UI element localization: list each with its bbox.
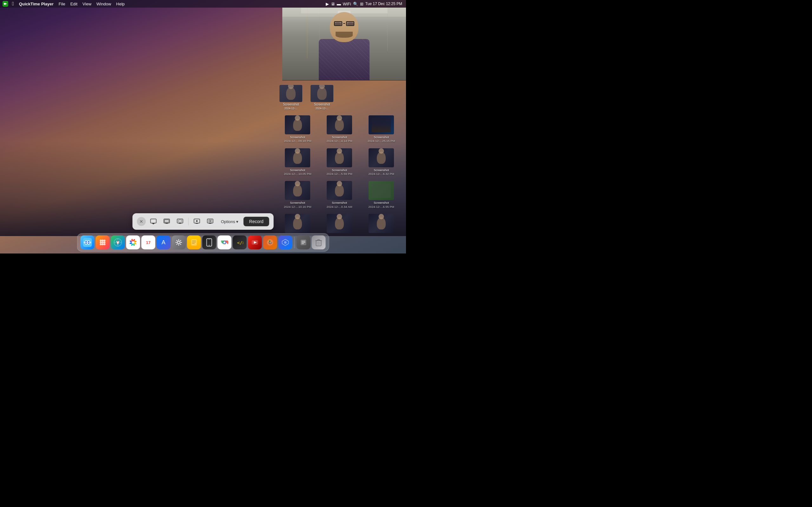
svg-point-28 <box>102 241 104 243</box>
screenshot-item-6[interactable]: Screenshot 2024-12-...6.32 PM <box>362 147 401 177</box>
dock-item-files[interactable] <box>297 235 310 249</box>
partial-item-2[interactable]: Screenshot2024-12-... <box>308 85 336 110</box>
svg-marker-1 <box>6 3 7 4</box>
svg-rect-42 <box>134 243 135 246</box>
capture-portion-button[interactable] <box>174 216 186 227</box>
screenshot-item-5[interactable]: Screenshot 2024-12-...5.59 PM <box>320 147 359 177</box>
wifi-icon[interactable]: WiFi <box>343 2 351 6</box>
screenshot-thumb-8 <box>327 181 352 200</box>
svg-point-16 <box>210 221 211 222</box>
screenshot-item-2[interactable]: Screenshot 2024-12-...4.14 PM <box>320 114 359 145</box>
apple-menu[interactable]:  <box>9 0 16 7</box>
dock-item-notes[interactable] <box>187 235 201 249</box>
svg-rect-10 <box>179 223 182 224</box>
screenshot-label-4: Screenshot <box>290 168 305 172</box>
dock-item-finder[interactable] <box>81 235 95 249</box>
dock-item-chrome[interactable] <box>217 235 232 249</box>
screenshot-label-8: Screenshot <box>332 201 347 205</box>
svg-point-32 <box>104 243 106 245</box>
beard <box>336 32 353 38</box>
dock-item-calendar[interactable]: 17 <box>142 235 155 249</box>
camera-person <box>312 14 376 80</box>
dock-item-settings[interactable] <box>172 235 186 249</box>
screenshot-item-1[interactable]: Screenshot 2024-12-...09.18 PM <box>278 114 317 145</box>
person-body <box>319 39 369 80</box>
notes-icon <box>190 239 198 246</box>
dock-item-duckduckgo[interactable]: 🦆 <box>263 235 277 249</box>
screenshot-thumb-1 <box>285 115 310 134</box>
close-button[interactable]: ✕ <box>137 217 146 226</box>
record-label: Record <box>249 219 263 224</box>
person-head <box>330 12 358 42</box>
record-button[interactable]: Record <box>243 217 269 226</box>
search-icon[interactable]: 🔍 <box>353 2 358 6</box>
screenshot-thumb-2 <box>327 115 352 134</box>
screenshot-item-8[interactable]: Screenshot 2024-12-...0.34 AM <box>320 180 359 210</box>
dock-item-pockettube[interactable] <box>248 235 262 249</box>
capture-window-button[interactable] <box>161 216 172 227</box>
camera-recording-indicator <box>3 1 8 7</box>
svg-rect-73 <box>302 242 305 243</box>
close-icon: ✕ <box>140 219 143 224</box>
svg-rect-13 <box>196 223 198 224</box>
record-full-screen-button[interactable] <box>191 216 203 227</box>
screenshot-item-9[interactable]: Screenshot 2024-12-...6.55 PM <box>362 180 401 210</box>
screenshot-item-10[interactable]: Screenshot 2024-12-...11.17 PM <box>278 213 317 233</box>
svg-rect-9 <box>179 220 182 222</box>
svg-rect-17 <box>209 223 212 224</box>
svg-rect-3 <box>152 223 155 224</box>
dock-item-launchpad[interactable] <box>96 235 110 249</box>
file-menu[interactable]: File <box>56 1 68 7</box>
window-menu[interactable]: Window <box>94 1 113 7</box>
svg-point-12 <box>196 220 198 222</box>
screenshot-item-11[interactable]: Screenshot 2024-12-...0.54 AM <box>320 213 359 233</box>
menubar-right: ▶ 🖥 ▬ WiFi 🔍 ⊞ Tue 17 Dec 12:25 PM <box>326 2 406 6</box>
svg-point-29 <box>104 241 106 243</box>
dock-item-scriptable[interactable]: </> <box>233 235 247 249</box>
screenshot-item-7[interactable]: Screenshot 2024-12-...10.16 PM <box>278 180 317 210</box>
record-portion-button[interactable] <box>205 216 216 227</box>
options-button[interactable]: Options ▾ <box>218 217 242 226</box>
screenshot-date-6: 2024-12-...6.32 PM <box>368 172 394 176</box>
screenshot-thumb-12 <box>368 214 394 233</box>
screenshot-thumb-4 <box>285 148 310 167</box>
options-label: Options <box>221 219 235 224</box>
app-name-menu[interactable]: QuickTime Player <box>16 1 56 7</box>
edit-menu[interactable]: Edit <box>68 1 80 7</box>
partial-thumb-1 <box>280 85 302 102</box>
help-menu[interactable]: Help <box>113 1 127 7</box>
scriptable-icon: </> <box>236 239 244 246</box>
capture-full-screen-button[interactable] <box>148 216 159 227</box>
menubar-time: Tue 17 Dec 12:25 PM <box>365 2 402 6</box>
svg-rect-8 <box>177 219 183 223</box>
control-center-icon[interactable]: ⊞ <box>360 2 363 6</box>
glasses <box>332 21 357 26</box>
dock-item-iphone-mirroring[interactable] <box>202 235 216 249</box>
dock-item-trash[interactable] <box>312 235 326 249</box>
menubar:  QuickTime Player File Edit View Window… <box>0 0 406 8</box>
screenshot-item-12[interactable]: Screenshot 2024-12-...27.08 PM <box>362 213 401 233</box>
svg-line-53 <box>180 244 181 245</box>
dock-item-photos[interactable] <box>126 235 140 249</box>
screenshot-item-3[interactable]: Screenshot 2024-12-...25.15 PM <box>362 114 401 145</box>
trash-icon <box>315 238 322 246</box>
dock-item-appstore[interactable]: A <box>157 235 171 249</box>
dock-item-arcade[interactable] <box>278 235 293 249</box>
screen-window-icon <box>163 218 170 225</box>
svg-rect-7 <box>165 223 168 224</box>
partial-item-1[interactable]: Screenshot2024-12-... <box>276 85 305 110</box>
view-menu[interactable]: View <box>80 1 94 7</box>
partial-item-label-2: Screenshot2024-12-... <box>314 103 330 110</box>
partial-item-label-1: Screenshot2024-12-... <box>283 103 299 110</box>
screenshot-item-4[interactable]: Screenshot 2024-12-...10.05 PM <box>278 147 317 177</box>
play-icon[interactable]: ▶ <box>326 2 329 6</box>
finder-icon <box>83 238 92 247</box>
dock-item-safari[interactable] <box>111 235 125 249</box>
monitor-icon[interactable]: 🖥 <box>331 2 335 6</box>
svg-rect-72 <box>302 241 305 241</box>
svg-rect-74 <box>302 243 304 244</box>
screenshot-label-2: Screenshot <box>332 135 347 139</box>
screenshot-thumb-3 <box>368 115 394 134</box>
dock-separator <box>294 237 295 248</box>
battery-icon[interactable]: ▬ <box>337 2 341 6</box>
